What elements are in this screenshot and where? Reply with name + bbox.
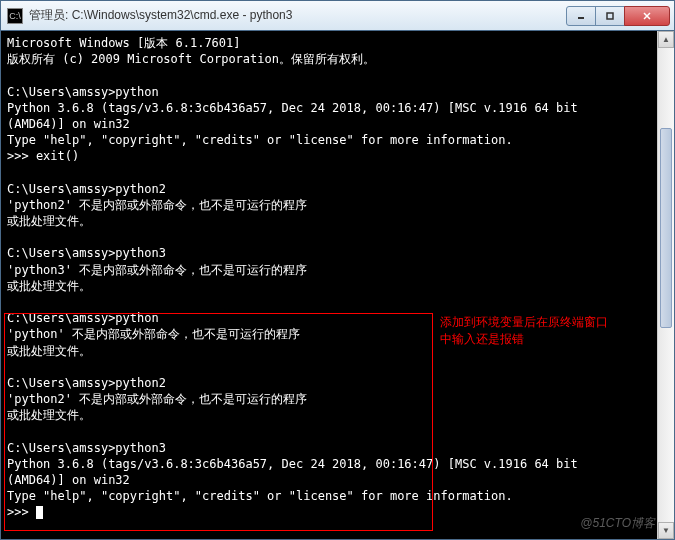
scroll-up-button[interactable]: ▲ — [658, 31, 674, 48]
console-line: C:\Users\amssy>python — [7, 311, 159, 325]
console-line: C:\Users\amssy>python — [7, 85, 159, 99]
console-line: Type "help", "copyright", "credits" or "… — [7, 133, 513, 147]
console-line: C:\Users\amssy>python3 — [7, 246, 166, 260]
cursor-icon — [36, 506, 43, 519]
minimize-button[interactable] — [566, 6, 596, 26]
console-line: Python 3.6.8 (tags/v3.6.8:3c6b436a57, De… — [7, 457, 578, 471]
console-output[interactable]: Microsoft Windows [版本 6.1.7601] 版权所有 (c)… — [1, 31, 674, 539]
scroll-track[interactable] — [658, 48, 674, 522]
console-line: Microsoft Windows [版本 6.1.7601] — [7, 36, 241, 50]
cmd-window: C:\ 管理员: C:\Windows\system32\cmd.exe - p… — [0, 0, 675, 540]
close-icon — [642, 11, 652, 21]
watermark: @51CTO博客 — [580, 515, 655, 532]
annotation-text: 添加到环境变量后在原终端窗口中输入还是报错 — [440, 314, 610, 348]
console-line: (AMD64)] on win32 — [7, 117, 130, 131]
svg-rect-1 — [607, 13, 613, 19]
console-line: 或批处理文件。 — [7, 214, 91, 228]
maximize-icon — [605, 11, 615, 21]
scroll-down-button[interactable]: ▼ — [658, 522, 674, 539]
console-line: Python 3.6.8 (tags/v3.6.8:3c6b436a57, De… — [7, 101, 578, 115]
vertical-scrollbar[interactable]: ▲ ▼ — [657, 31, 674, 539]
console-line: 'python' 不是内部或外部命令，也不是可运行的程序 — [7, 327, 300, 341]
console-line: C:\Users\amssy>python2 — [7, 376, 166, 390]
maximize-button[interactable] — [595, 6, 625, 26]
close-button[interactable] — [624, 6, 670, 26]
cmd-icon: C:\ — [7, 8, 23, 24]
console-line: C:\Users\amssy>python2 — [7, 182, 166, 196]
console-line: >>> exit() — [7, 149, 79, 163]
console-line: 或批处理文件。 — [7, 279, 91, 293]
console-line: Type "help", "copyright", "credits" or "… — [7, 489, 513, 503]
console-line: (AMD64)] on win32 — [7, 473, 130, 487]
minimize-icon — [576, 11, 586, 21]
console-line: 'python3' 不是内部或外部命令，也不是可运行的程序 — [7, 263, 307, 277]
titlebar[interactable]: C:\ 管理员: C:\Windows\system32\cmd.exe - p… — [1, 1, 674, 31]
console-line: 版权所有 (c) 2009 Microsoft Corporation。保留所有… — [7, 52, 375, 66]
window-title: 管理员: C:\Windows\system32\cmd.exe - pytho… — [29, 7, 567, 24]
console-line: 'python2' 不是内部或外部命令，也不是可运行的程序 — [7, 392, 307, 406]
console-line: 或批处理文件。 — [7, 408, 91, 422]
console-line: 'python2' 不是内部或外部命令，也不是可运行的程序 — [7, 198, 307, 212]
scroll-thumb[interactable] — [660, 128, 672, 328]
console-line: 或批处理文件。 — [7, 344, 91, 358]
console-line: C:\Users\amssy>python3 — [7, 441, 166, 455]
console-line: >>> — [7, 505, 36, 519]
window-controls — [567, 6, 670, 26]
